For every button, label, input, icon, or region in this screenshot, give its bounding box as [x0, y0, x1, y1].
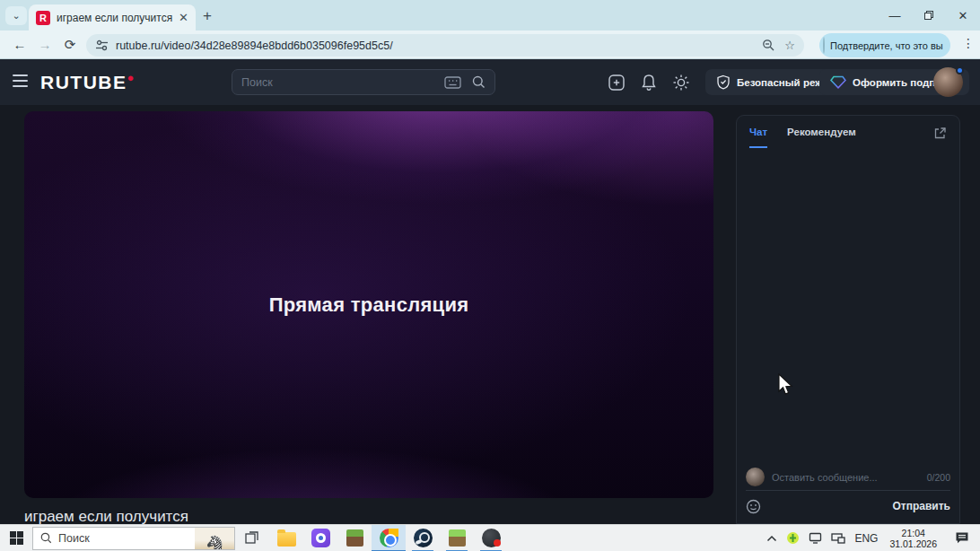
page-content: RUTUBE●	[0, 59, 980, 524]
tab-title: играем если получится	[57, 12, 173, 24]
minimize-button[interactable]: —	[878, 0, 912, 31]
forward-button[interactable]: →	[34, 34, 56, 56]
bookmark-star-icon[interactable]: ☆	[784, 39, 795, 52]
minecraft-cube-icon	[346, 529, 363, 547]
theme-toggle-sun-icon[interactable]	[670, 72, 692, 93]
gem-icon	[830, 75, 846, 89]
steam-icon	[414, 529, 433, 547]
search-highlight-zebra-image[interactable]: 🦓	[195, 528, 234, 550]
browser-menu-icon[interactable]: ⋮	[962, 36, 975, 50]
chat-tabs: Чат Рекомендуем	[749, 127, 949, 148]
rutube-favicon: R	[36, 11, 50, 25]
live-stream-overlay-text: Прямая трансляция	[24, 293, 713, 317]
tray-network-display-icon[interactable]	[827, 525, 850, 551]
chat-panel: Чат Рекомендуем 0/200 Отправить	[736, 115, 960, 524]
user-avatar[interactable]	[933, 67, 963, 97]
folder-icon	[277, 532, 296, 547]
upload-video-icon[interactable]	[606, 72, 627, 93]
action-center-icon[interactable]	[944, 525, 980, 551]
char-counter: 0/200	[927, 472, 950, 483]
site-info-icon[interactable]	[95, 39, 109, 51]
windows-logo-icon	[10, 531, 23, 545]
close-button[interactable]: ✕	[946, 0, 980, 31]
language-indicator[interactable]: ENG	[850, 525, 882, 551]
search-icon[interactable]	[472, 75, 486, 89]
chrome-icon	[380, 529, 398, 547]
tab-strip: ⌄ R играем если получится ✕ + — ✕	[0, 0, 980, 31]
system-tray: ENG 21:04 31.01.2026	[762, 525, 980, 551]
profile-verify-chip[interactable]: Подтвердите, что это вы	[819, 33, 950, 57]
chrome-button[interactable]	[372, 525, 406, 551]
recorder-app-button[interactable]	[474, 525, 508, 551]
taskbar-search-box[interactable]: 🦓	[32, 527, 235, 550]
tray-display-icon[interactable]	[804, 525, 827, 551]
site-search-box[interactable]	[232, 69, 495, 95]
start-button[interactable]	[0, 525, 32, 551]
tab-chat[interactable]: Чат	[749, 127, 767, 148]
new-tab-button[interactable]: +	[203, 7, 212, 25]
window-controls: — ✕	[878, 0, 980, 31]
notification-badge	[956, 66, 964, 74]
purple-app-button[interactable]	[303, 525, 337, 551]
minecraft-launcher-button[interactable]	[440, 525, 474, 551]
chat-message-input[interactable]	[772, 472, 920, 483]
tray-expand-chevron[interactable]	[762, 525, 782, 551]
rutube-logo[interactable]: RUTUBE●	[40, 71, 136, 93]
browser-window: ⌄ R играем если получится ✕ + — ✕ ← → ⟳ …	[0, 0, 980, 524]
hamburger-menu-icon[interactable]	[13, 74, 28, 87]
video-player[interactable]: Прямая трансляция	[24, 111, 713, 498]
video-title: играем если получится	[24, 508, 188, 524]
tray-clock[interactable]: 21:04 31.01.2026	[882, 525, 944, 551]
chat-send-row: Отправить	[746, 496, 950, 516]
shield-check-icon	[716, 74, 731, 90]
restore-button[interactable]	[912, 0, 946, 31]
windows-taskbar: 🦓 ENG 21:04 31.01.2026	[0, 524, 980, 551]
minecraft-button[interactable]	[337, 525, 372, 551]
site-search-input[interactable]	[241, 76, 444, 89]
file-explorer-button[interactable]	[269, 525, 303, 551]
profile-avatar	[823, 37, 825, 54]
tray-date: 31.01.2026	[889, 538, 937, 549]
popout-icon[interactable]	[933, 127, 947, 140]
taskbar-search-icon	[40, 532, 52, 544]
rutube-header: RUTUBE●	[0, 59, 980, 105]
verify-chip-label: Подтвердите, что это вы	[830, 40, 943, 51]
minecraft-launcher-icon	[449, 529, 466, 547]
tab-search-button[interactable]: ⌄	[5, 6, 27, 25]
address-bar[interactable]: rutube.ru/video/34d28e89894e8bdd6b035096…	[86, 34, 804, 57]
emoji-smiley-icon[interactable]	[746, 499, 761, 514]
tray-antivirus-icon[interactable]	[782, 525, 804, 551]
browser-tab[interactable]: R играем если получится ✕	[29, 4, 196, 31]
purple-app-icon	[311, 529, 330, 547]
chat-user-avatar	[746, 468, 765, 486]
keyboard-icon[interactable]	[444, 76, 461, 89]
mouse-cursor	[777, 373, 793, 397]
tab-close-icon[interactable]: ✕	[179, 11, 188, 24]
reload-button[interactable]: ⟳	[59, 34, 81, 56]
task-view-button[interactable]	[235, 525, 269, 551]
steam-button[interactable]	[406, 525, 440, 551]
chat-input-row: 0/200	[746, 468, 950, 491]
back-button[interactable]: ←	[9, 34, 31, 56]
notifications-bell-icon[interactable]	[638, 72, 660, 93]
url-text: rutube.ru/video/34d28e89894e8bdd6b035096…	[116, 39, 753, 52]
recorder-record-icon	[482, 529, 501, 547]
zoom-out-icon[interactable]	[762, 39, 775, 52]
tray-time: 21:04	[889, 528, 937, 538]
send-button[interactable]: Отправить	[893, 500, 950, 512]
tab-recommended[interactable]: Рекомендуем	[787, 127, 856, 148]
